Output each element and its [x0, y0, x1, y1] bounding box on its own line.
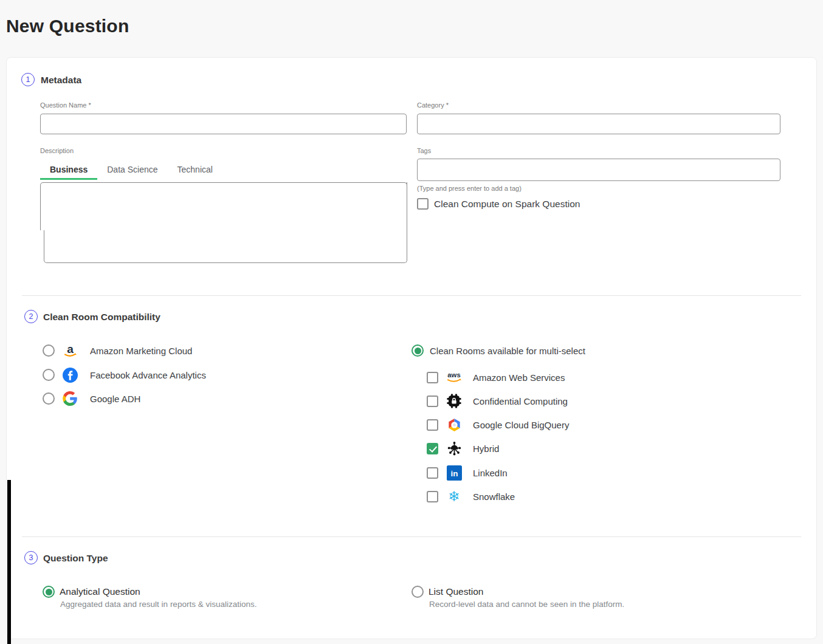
description-label: Description — [40, 147, 74, 154]
option-amazon-web-services[interactable]: aws Amazon Web Services — [427, 369, 565, 386]
step-1-badge: 1 — [21, 73, 35, 86]
confidential-computing-checkbox[interactable] — [427, 396, 438, 407]
category-input[interactable] — [417, 114, 780, 134]
amazon-icon: a — [61, 342, 78, 359]
section-title-question-type: Question Type — [43, 553, 108, 564]
analytical-question-radio[interactable] — [43, 586, 55, 598]
option-list-question[interactable]: List Question — [412, 586, 483, 598]
left-black-bar — [7, 480, 11, 644]
amazon-marketing-cloud-radio[interactable] — [43, 344, 55, 357]
analytical-question-description: Aggregated data and result in reports & … — [60, 600, 257, 609]
section-divider — [22, 536, 801, 537]
section-title-clean-room: Clean Room Compatibility — [43, 312, 160, 323]
confidential-computing-label: Confidential Computing — [473, 396, 568, 406]
option-hybrid[interactable]: Hybrid — [427, 440, 499, 457]
facebook-advance-analytics-label: Facebook Advance Analytics — [90, 370, 206, 380]
spark-question-checkbox[interactable] — [417, 198, 429, 210]
option-google-cloud-bigquery[interactable]: Google Cloud BigQuery — [427, 416, 569, 433]
tags-hint: (Type and press enter to add a tag) — [417, 185, 522, 192]
confidential-computing-icon — [446, 392, 463, 409]
google-adh-label: Google ADH — [90, 394, 140, 404]
option-facebook-advance-analytics[interactable]: Facebook Advance Analytics — [43, 366, 206, 383]
section-title-metadata: Metadata — [41, 75, 81, 86]
google-adh-radio[interactable] — [43, 392, 55, 405]
facebook-icon — [61, 366, 78, 383]
tab-technical[interactable]: Technical — [168, 162, 222, 180]
question-name-label: Question Name * — [40, 101, 91, 109]
linkedin-icon: in — [446, 464, 463, 481]
svg-text:aws: aws — [447, 371, 460, 379]
hybrid-icon — [446, 440, 463, 457]
section-divider — [22, 295, 801, 296]
list-question-label: List Question — [429, 586, 483, 597]
description-panel-border — [40, 182, 407, 230]
spark-question-option[interactable]: Clean Compute on Spark Question — [417, 198, 580, 210]
multi-select-radio[interactable] — [412, 344, 424, 357]
google-icon — [61, 390, 78, 407]
linkedin-label: LinkedIn — [473, 468, 508, 478]
option-multi-select[interactable]: Clean Rooms available for multi-select — [412, 344, 585, 357]
hybrid-label: Hybrid — [473, 444, 499, 454]
option-snowflake[interactable]: ❄ Snowflake — [427, 488, 515, 505]
hybrid-checkbox[interactable] — [427, 443, 438, 454]
amazon-marketing-cloud-label: Amazon Marketing Cloud — [90, 346, 192, 356]
analytical-question-label: Analytical Question — [60, 586, 140, 597]
tags-label: Tags — [417, 147, 431, 154]
google-cloud-bigquery-label: Google Cloud BigQuery — [473, 420, 569, 430]
snowflake-label: Snowflake — [473, 492, 515, 502]
snowflake-icon: ❄ — [446, 488, 463, 505]
list-question-description: Record-level data and cannot be seen in … — [429, 600, 624, 609]
tab-data-science[interactable]: Data Science — [97, 162, 167, 180]
option-google-adh[interactable]: Google ADH — [43, 390, 140, 407]
google-cloud-bigquery-checkbox[interactable] — [427, 419, 438, 431]
category-label: Category * — [417, 101, 449, 109]
option-linkedin[interactable]: in LinkedIn — [427, 464, 508, 481]
step-2-number: 2 — [29, 312, 33, 321]
amazon-web-services-checkbox[interactable] — [427, 372, 438, 383]
list-question-radio[interactable] — [412, 586, 424, 598]
step-2-badge: 2 — [24, 310, 38, 323]
tab-business[interactable]: Business — [40, 162, 97, 180]
google-cloud-icon — [446, 416, 463, 433]
page-title: New Question — [6, 16, 129, 36]
tags-input[interactable] — [417, 159, 780, 181]
amazon-web-services-label: Amazon Web Services — [473, 372, 565, 383]
option-analytical-question[interactable]: Analytical Question — [43, 586, 140, 598]
facebook-advance-analytics-radio[interactable] — [43, 369, 55, 381]
spark-question-label: Clean Compute on Spark Question — [434, 199, 580, 210]
new-question-page: New Question 1 Metadata Question Name * … — [0, 0, 823, 644]
description-tabs: Business Data Science Technical — [40, 162, 222, 180]
step-1-number: 1 — [26, 75, 30, 84]
question-name-input[interactable] — [40, 114, 407, 134]
linkedin-checkbox[interactable] — [427, 467, 438, 479]
multi-select-label: Clean Rooms available for multi-select — [430, 346, 585, 356]
option-amazon-marketing-cloud[interactable]: a Amazon Marketing Cloud — [43, 342, 192, 359]
option-confidential-computing[interactable]: Confidential Computing — [427, 392, 568, 409]
aws-icon: aws — [446, 369, 463, 386]
svg-text:a: a — [67, 343, 74, 355]
snowflake-checkbox[interactable] — [427, 491, 438, 502]
svg-text:in: in — [450, 469, 458, 478]
step-3-number: 3 — [29, 553, 33, 562]
step-3-badge: 3 — [24, 551, 38, 564]
